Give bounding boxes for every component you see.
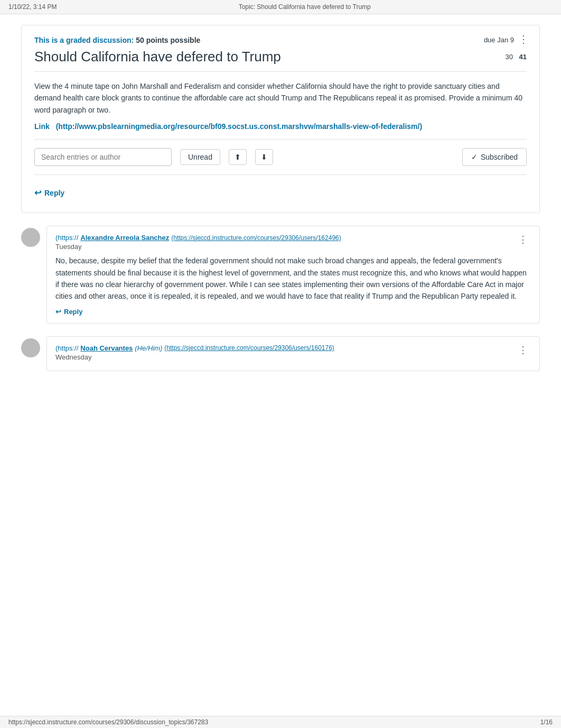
link-section: Link (http://www.pbslearningmedia.org/re… — [34, 122, 527, 139]
browser-tab-title: Topic: Should California have defered to… — [57, 3, 553, 11]
sort-up-icon: ⬆ — [235, 153, 241, 161]
sort-down-button[interactable]: ⬇ — [255, 149, 273, 165]
discussion-card: ⋮ due Jan 9 This is a graded discussion:… — [21, 25, 540, 213]
author-name-link[interactable]: Alexandre Arreola Sanchez — [80, 234, 169, 242]
comment-header: (https:// Alexandre Arreola Sanchez (htt… — [55, 234, 531, 251]
graded-points: 50 points possible — [136, 36, 200, 44]
author-avatar-url: (https:// — [55, 234, 78, 242]
comment-options-button-2[interactable]: ⋮ — [515, 344, 531, 356]
graded-label: This is a graded discussion: 50 points p… — [34, 36, 527, 44]
page-wrapper: ⋮ due Jan 9 This is a graded discussion:… — [0, 14, 561, 728]
total-count: 41 — [519, 53, 527, 61]
discussion-title-row: Should California have defered to Trump … — [34, 49, 527, 71]
author-profile-url-2[interactable]: (https://sjeccd.instructure.com/courses/… — [164, 344, 334, 352]
check-icon: ✓ — [471, 153, 478, 161]
page-number: 1/16 — [540, 718, 553, 726]
comment-body: (https:// Alexandre Arreola Sanchez (htt… — [46, 226, 540, 324]
browser-bar: 1/10/22, 3:14 PM Topic: Should Californi… — [0, 0, 561, 14]
options-menu-button[interactable]: ⋮ — [516, 32, 531, 47]
author-avatar-link-2[interactable]: (https:// — [55, 344, 78, 352]
comment-header-2: (https:// Noah Cervantes (He/Him) (https… — [55, 344, 531, 361]
external-link[interactable]: (http://www.pbslearningmedia.org/resourc… — [56, 122, 422, 131]
table-row: (https:// Alexandre Arreola Sanchez (htt… — [21, 226, 540, 324]
main-reply-section: ↩ Reply — [34, 174, 527, 213]
page-url: https://sjeccd.instructure.com/courses/2… — [8, 718, 208, 726]
comment-date: Tuesday — [55, 243, 341, 251]
graded-link[interactable]: This is a graded discussion: — [34, 36, 134, 44]
author-profile-url-text-2: (https://sjeccd.instructure.com/courses/… — [164, 344, 334, 352]
reply-arrow-icon: ↩ — [34, 188, 41, 198]
author-block-2: (https:// Noah Cervantes (He/Him) (https… — [55, 344, 334, 361]
unread-filter-button[interactable]: Unread — [180, 149, 220, 165]
comment-text: No, because, despite my belief that the … — [55, 255, 531, 302]
sort-down-icon: ⬇ — [261, 153, 267, 161]
comment-options-button[interactable]: ⋮ — [515, 234, 531, 245]
avatar — [21, 228, 40, 247]
discussion-title: Should California have defered to Trump — [34, 49, 281, 65]
link-label: Link — [34, 122, 50, 131]
author-profile-url-text: (https://sjeccd.instructure.com/courses/… — [171, 234, 341, 242]
due-date: due Jan 9 — [484, 36, 514, 44]
counts-badge: 30 41 — [505, 53, 527, 61]
search-input[interactable] — [34, 148, 172, 166]
author-name-text: Alexandre Arreola Sanchez — [80, 234, 169, 242]
sort-up-button[interactable]: ⬆ — [229, 149, 247, 165]
comment-date-2: Wednesday — [55, 353, 334, 361]
comments-section: (https:// Alexandre Arreola Sanchez (htt… — [21, 226, 540, 371]
author-pronoun: (He/Him) — [135, 344, 162, 352]
comment-reply-button[interactable]: ↩ Reply — [55, 308, 82, 316]
status-bar: https://sjeccd.instructure.com/courses/2… — [0, 716, 561, 728]
comment-body-2: (https:// Noah Cervantes (He/Him) (https… — [46, 336, 540, 371]
author-profile-row-2: (https:// Noah Cervantes (He/Him) (https… — [55, 344, 334, 352]
toolbar-row: Unread ⬆ ⬇ ✓ Subscribed — [34, 139, 527, 174]
avatar-col — [21, 226, 46, 324]
comment-reply-icon: ↩ — [55, 308, 61, 316]
author-block: (https:// Alexandre Arreola Sanchez (htt… — [55, 234, 341, 251]
author-avatar-link[interactable]: (https:// — [55, 234, 78, 242]
author-name-link-2[interactable]: Noah Cervantes — [80, 344, 133, 352]
author-profile-row: (https:// Alexandre Arreola Sanchez (htt… — [55, 234, 341, 242]
unread-count: 30 — [505, 53, 512, 61]
avatar-col-2 — [21, 336, 46, 371]
comment-reply-label: Reply — [64, 308, 82, 316]
author-profile-url[interactable]: (https://sjeccd.instructure.com/courses/… — [171, 234, 341, 242]
subscribed-button[interactable]: ✓ Subscribed — [462, 148, 527, 166]
reply-button-label: Reply — [44, 189, 64, 197]
table-row: (https:// Noah Cervantes (He/Him) (https… — [21, 336, 540, 371]
avatar — [21, 338, 40, 357]
subscribed-label: Subscribed — [481, 153, 518, 161]
author-name-text-2: Noah Cervantes — [80, 344, 133, 352]
browser-datetime: 1/10/22, 3:14 PM — [8, 3, 57, 11]
author-avatar-url-2: (https:// — [55, 344, 78, 352]
discussion-body: View the 4 minute tape on John Marshall … — [34, 72, 527, 122]
main-content: ⋮ due Jan 9 This is a graded discussion:… — [0, 14, 561, 405]
main-reply-button[interactable]: ↩ Reply — [34, 181, 64, 204]
